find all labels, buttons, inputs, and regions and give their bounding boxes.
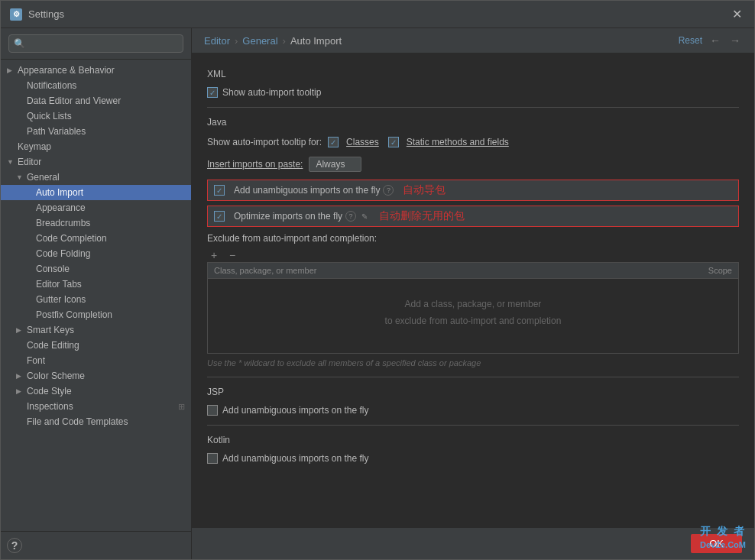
sidebar-item-label: Quick Lists — [27, 111, 72, 121]
breadcrumb-current: Auto Import — [290, 35, 342, 47]
classes-checkbox[interactable] — [328, 137, 339, 147]
main-panel: Editor › General › Auto Import Reset ← →… — [192, 28, 754, 559]
sidebar-item-path-variables[interactable]: Path Variables — [1, 124, 191, 139]
exclude-toolbar: + − — [207, 248, 739, 262]
sidebar-item-label: Console — [36, 264, 70, 274]
sidebar-item-keymap[interactable]: Keymap — [1, 139, 191, 154]
table-col-scope: Scope — [671, 266, 732, 275]
exclude-label: Exclude from auto-import and completion: — [207, 233, 739, 244]
arrow-icon: ▶ — [7, 66, 16, 74]
close-button[interactable]: ✕ — [729, 7, 745, 21]
sidebar-item-label: Auto Import — [36, 187, 83, 198]
sidebar-item-appearance-behavior[interactable]: ▶ Appearance & Behavior — [1, 63, 191, 78]
xml-show-tooltip-checkbox[interactable] — [207, 87, 218, 98]
breadcrumb-editor[interactable]: Editor — [204, 35, 230, 47]
insert-imports-label: Insert imports on paste: — [207, 159, 303, 170]
sidebar-item-editor-tabs[interactable]: Editor Tabs — [1, 277, 191, 292]
sidebar-item-appearance[interactable]: Appearance — [1, 200, 191, 215]
add-unambiguous-help-icon[interactable]: ? — [383, 185, 394, 196]
sidebar-item-font[interactable]: Font — [1, 353, 191, 368]
sidebar-item-file-code-templates[interactable]: File and Code Templates — [1, 414, 191, 429]
exclude-table: Class, package, or member Scope Add a cl… — [207, 262, 739, 354]
sidebar-item-auto-import[interactable]: Auto Import — [1, 185, 191, 200]
help-button[interactable]: ? — [7, 538, 22, 553]
xml-show-tooltip-label: Show auto-import tooltip — [222, 87, 321, 98]
jsp-label: Add unambiguous imports on the fly — [222, 405, 368, 416]
arrow-icon: ▼ — [16, 173, 25, 181]
java-section-label: Java — [207, 117, 739, 128]
sidebar-item-code-style[interactable]: ▶ Code Style — [1, 384, 191, 399]
sidebar-item-label: Code Completion — [36, 233, 107, 244]
breadcrumb-sep2: › — [283, 35, 286, 47]
sidebar-item-console[interactable]: Console — [1, 261, 191, 277]
expand-icon: ⊞ — [178, 402, 185, 412]
sidebar-item-code-editing[interactable]: Code Editing — [1, 338, 191, 353]
main-header: Editor › General › Auto Import Reset ← → — [192, 28, 754, 53]
sidebar-item-breadcrumbs[interactable]: Breadcrumbs — [1, 215, 191, 231]
search-input[interactable] — [8, 34, 183, 53]
add-unambiguous-checkbox[interactable] — [214, 185, 225, 196]
divider-3 — [207, 425, 739, 426]
breadcrumb: Editor › General › Auto Import — [204, 35, 679, 47]
search-box: 🔍 — [1, 28, 191, 60]
sidebar-item-postfix-completion[interactable]: Postfix Completion — [1, 307, 191, 322]
sidebar-item-smart-keys[interactable]: ▶ Smart Keys — [1, 322, 191, 338]
sidebar-item-label: Breadcrumbs — [36, 218, 90, 228]
ok-button[interactable]: OK — [691, 534, 742, 553]
main-content-area: 🔍 ▶ Appearance & Behavior Notifications … — [1, 28, 754, 559]
breadcrumb-general[interactable]: General — [242, 35, 277, 47]
remove-exclude-button[interactable]: − — [225, 248, 239, 262]
reset-button[interactable]: Reset — [679, 35, 702, 46]
sidebar-item-notifications[interactable]: Notifications — [1, 78, 191, 93]
optimize-imports-help-icon[interactable]: ? — [345, 211, 356, 222]
sidebar-item-label: Code Folding — [36, 248, 90, 259]
sidebar-item-code-completion[interactable]: Code Completion — [1, 231, 191, 246]
table-empty-line2: to exclude from auto-import and completi… — [385, 313, 562, 330]
wildcard-note: Use the * wildcard to exclude all member… — [207, 358, 739, 367]
jsp-section-label: JSP — [207, 387, 739, 397]
header-actions: Reset ← → — [679, 34, 742, 47]
search-icon: 🔍 — [14, 38, 25, 49]
table-col-class: Class, package, or member — [214, 266, 671, 275]
settings-content: XML Show auto-import tooltip Java Show a… — [192, 53, 754, 527]
sidebar-item-label: Appearance & Behavior — [18, 65, 115, 76]
main-footer: OK — [192, 527, 754, 559]
kotlin-checkbox[interactable] — [207, 453, 218, 464]
sidebar-item-gutter-icons[interactable]: Gutter Icons — [1, 292, 191, 307]
sidebar-item-inspections[interactable]: Inspections ⊞ — [1, 399, 191, 414]
jsp-add-row: Add unambiguous imports on the fly — [207, 405, 739, 416]
sidebar-item-code-folding[interactable]: Code Folding — [1, 246, 191, 261]
sidebar-item-label: Inspections — [27, 401, 73, 412]
insert-imports-dropdown[interactable]: Always Ask Never — [309, 157, 361, 172]
optimize-imports-edit-icon[interactable]: ✎ — [359, 211, 370, 222]
back-button[interactable]: ← — [708, 34, 722, 47]
app-icon: ⚙ — [10, 8, 22, 21]
search-wrapper: 🔍 — [8, 34, 183, 53]
static-methods-checkbox[interactable] — [388, 137, 399, 147]
jsp-checkbox[interactable] — [207, 405, 218, 416]
sidebar-item-label: File and Code Templates — [27, 416, 128, 427]
java-show-tooltip-row: Show auto-import tooltip for: Classes St… — [207, 135, 739, 149]
optimize-imports-checkbox[interactable] — [214, 211, 225, 222]
sidebar-item-editor[interactable]: ▼ Editor — [1, 154, 191, 170]
forward-button[interactable]: → — [728, 34, 742, 47]
sidebar-item-general[interactable]: ▼ General — [1, 170, 191, 185]
sidebar-item-data-editor[interactable]: Data Editor and Viewer — [1, 93, 191, 108]
table-empty-state: Add a class, package, or member to exclu… — [208, 279, 738, 348]
sidebar-item-label: Path Variables — [27, 126, 86, 137]
sidebar-item-label: Postfix Completion — [36, 309, 112, 320]
add-unambiguous-row: Add unambiguous imports on the fly ? 自动导… — [207, 180, 739, 201]
sidebar-item-label: Gutter Icons — [36, 294, 86, 305]
sidebar-bottom: ? — [1, 531, 191, 559]
sidebar-item-quick-lists[interactable]: Quick Lists — [1, 108, 191, 124]
static-methods-label: Static methods and fields — [407, 137, 509, 147]
sidebar-item-label: Color Scheme — [27, 371, 85, 381]
settings-tree: ▶ Appearance & Behavior Notifications Da… — [1, 60, 191, 531]
xml-show-tooltip-row: Show auto-import tooltip — [207, 87, 739, 98]
arrow-icon: ▶ — [16, 387, 25, 395]
arrow-icon: ▶ — [16, 326, 25, 334]
insert-imports-row: Insert imports on paste: Always Ask Neve… — [207, 155, 739, 173]
sidebar-item-color-scheme[interactable]: ▶ Color Scheme — [1, 368, 191, 384]
titlebar: ⚙ Settings ✕ — [1, 1, 754, 28]
add-exclude-button[interactable]: + — [207, 248, 221, 262]
